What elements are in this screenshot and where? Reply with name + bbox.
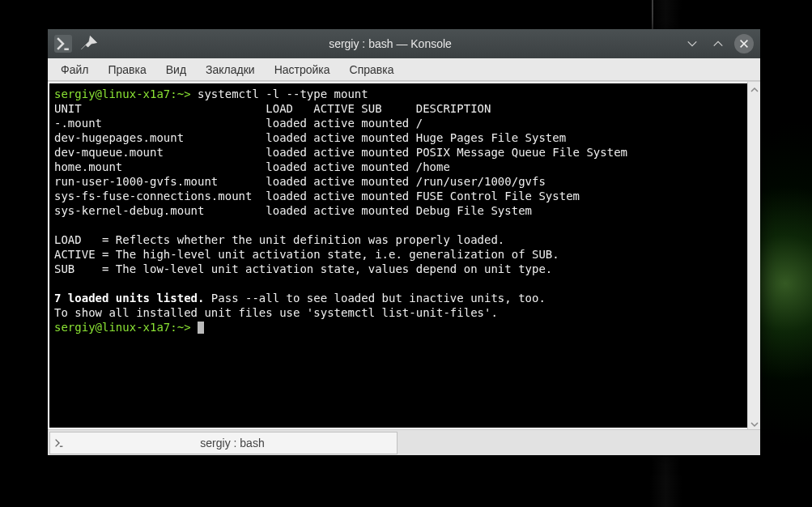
tab-label: sergiy : bash xyxy=(68,437,397,449)
svg-rect-0 xyxy=(64,49,69,50)
menu-file[interactable]: Файл xyxy=(51,60,98,79)
menu-edit[interactable]: Правка xyxy=(98,60,155,79)
menu-view[interactable]: Вид xyxy=(156,60,196,79)
maximize-button[interactable] xyxy=(708,34,728,53)
svg-rect-1 xyxy=(60,445,63,446)
terminal[interactable]: sergiy@linux-x1a7:~> systemctl -l --type… xyxy=(49,83,747,428)
close-button[interactable] xyxy=(734,34,754,53)
tab-session[interactable]: sergiy : bash xyxy=(49,432,397,454)
konsole-window: sergiy : bash — Konsole Файл Правка Вид … xyxy=(48,29,760,455)
panel-separator xyxy=(652,0,653,29)
window-title: sergiy : bash — Konsole xyxy=(98,37,682,50)
pin-icon[interactable] xyxy=(80,35,98,53)
app-menu-icon[interactable] xyxy=(54,35,72,53)
tabbar: sergiy : bash xyxy=(48,429,760,455)
menu-help[interactable]: Справка xyxy=(340,60,404,79)
terminal-area: sergiy@linux-x1a7:~> systemctl -l --type… xyxy=(48,81,760,429)
minimize-button[interactable] xyxy=(682,34,702,53)
terminal-icon xyxy=(50,437,68,449)
scrollbar-vertical[interactable] xyxy=(747,82,760,429)
scroll-down-icon[interactable] xyxy=(750,418,759,428)
menu-settings[interactable]: Настройка xyxy=(265,60,340,79)
menu-bookmarks[interactable]: Закладки xyxy=(196,60,265,79)
scroll-up-icon[interactable] xyxy=(750,83,759,93)
menubar: Файл Правка Вид Закладки Настройка Справ… xyxy=(48,58,760,81)
titlebar: sergiy : bash — Konsole xyxy=(48,29,760,58)
